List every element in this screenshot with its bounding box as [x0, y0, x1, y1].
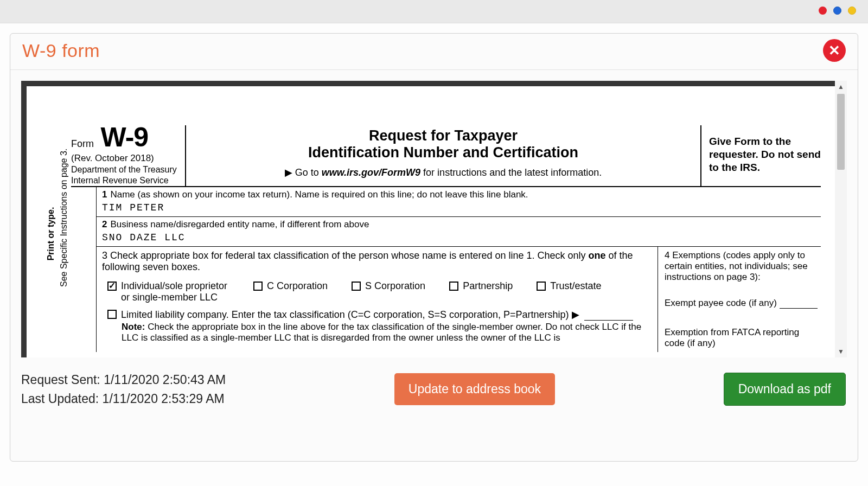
window-traffic-lights	[819, 7, 856, 15]
form-title-line1: Request for Taxpayer	[192, 127, 695, 144]
window-dot-blue[interactable]	[833, 7, 841, 15]
form-header-mid: Request for Taxpayer Identification Numb…	[185, 125, 701, 186]
chk-partnership-label: Partnership	[463, 280, 513, 292]
form-title-line2: Identification Number and Certification	[192, 144, 695, 161]
exempt-payee-line: Exempt payee code (if any)	[665, 298, 821, 309]
note-label: Note:	[122, 322, 145, 332]
window-dot-yellow[interactable]	[848, 7, 856, 15]
chk-partnership[interactable]: Partnership	[449, 280, 513, 303]
checkbox-icon-partnership	[449, 282, 458, 291]
chk-trust-label: Trust/estate	[550, 280, 601, 292]
request-sent-label: Request Sent:	[21, 373, 100, 387]
form-header-right: Give Form to the requester. Do not send …	[701, 125, 821, 186]
note-text: Check the appropriate box in the line ab…	[122, 322, 641, 343]
update-address-book-button[interactable]: Update to address book	[394, 373, 555, 405]
line4-label: Exemptions (codes apply only to certain …	[665, 250, 808, 282]
form-revision: (Rev. October 2018)	[71, 153, 181, 164]
app-canvas: W-9 form ✕ See Specific Instructions on …	[0, 23, 868, 486]
last-updated-label: Last Updated:	[21, 392, 99, 406]
chk-individual-label: Individual/sole proprietor or single-mem…	[121, 280, 229, 303]
line3-one: one	[589, 250, 606, 261]
form-header-left: Form W-9 (Rev. October 2018) Department …	[71, 125, 185, 186]
close-icon: ✕	[828, 42, 840, 59]
form-line-1: 1Name (as shown on your income tax retur…	[96, 187, 821, 217]
exempt-payee-blank	[780, 302, 818, 309]
form-code: W-9	[100, 125, 148, 150]
form-header-row: Form W-9 (Rev. October 2018) Department …	[71, 125, 821, 187]
pdf-scrollbar[interactable]: ▲ ▼	[835, 81, 847, 357]
footer-timestamps: Request Sent: 1/11/2020 2:50:43 AM Last …	[21, 370, 226, 408]
line1-value: TIM PETER	[102, 200, 816, 213]
checkbox-icon-individual	[107, 282, 117, 291]
chk-scorp[interactable]: S Corporation	[352, 280, 425, 303]
side-instructions-text: See Specific Instructions on page 3.	[59, 178, 69, 287]
w9-modal: W-9 form ✕ See Specific Instructions on …	[10, 33, 858, 462]
form-word: Form	[71, 138, 94, 149]
pdf-viewer: See Specific Instructions on page 3. Pri…	[21, 81, 847, 357]
checkbox-icon-ccorp	[253, 282, 263, 291]
chk-individual[interactable]: Individual/sole proprietor or single-mem…	[107, 280, 229, 303]
scroll-up-icon[interactable]: ▲	[835, 81, 847, 93]
line1-label: Name (as shown on your income tax return…	[110, 189, 528, 200]
side-print-text: Print or type.	[46, 180, 56, 288]
line3-label-a: Check appropriate box for federal tax cl…	[110, 250, 589, 261]
scroll-down-icon[interactable]: ▼	[835, 346, 847, 357]
line2-number: 2	[102, 219, 107, 229]
chk-ccorp[interactable]: C Corporation	[253, 280, 328, 303]
exempt-fatca-label: Exemption from FATCA reporting code (if …	[665, 327, 799, 348]
line3-number: 3	[102, 250, 107, 261]
goto-suffix: for instructions and the latest informat…	[420, 167, 602, 178]
form-department: Department of the Treasury	[71, 165, 181, 175]
checkbox-icon-llc	[107, 310, 117, 319]
window-topbar	[0, 0, 868, 23]
llc-note: Note: Check the appropriate box in the l…	[102, 321, 652, 343]
modal-title: W-9 form	[22, 40, 100, 61]
line2-value: SNO DAZE LLC	[102, 230, 816, 243]
modal-header: W-9 form ✕	[10, 34, 858, 70]
checkbox-row: Individual/sole proprietor or single-mem…	[107, 280, 652, 303]
exempt-fatca-line: Exemption from FATCA reporting code (if …	[665, 327, 821, 349]
modal-footer: Request Sent: 1/11/2020 2:50:43 AM Last …	[10, 357, 858, 408]
scroll-thumb[interactable]	[837, 94, 845, 170]
line4-number: 4	[665, 250, 669, 260]
chk-trust[interactable]: Trust/estate	[537, 280, 601, 303]
chk-llc-label: Limited liability company. Enter the tax…	[121, 309, 579, 320]
exempt-payee-label: Exempt payee code (if any)	[665, 298, 777, 308]
form-irs: Internal Revenue Service	[71, 176, 181, 186]
window-dot-red[interactable]	[819, 7, 827, 15]
request-sent-value: 1/11/2020 2:50:43 AM	[104, 373, 226, 387]
form-line-2: 2Business name/disregarded entity name, …	[96, 217, 821, 247]
form-line-3-4-wrap: 3 Check appropriate box for federal tax …	[96, 247, 821, 352]
last-updated-value: 1/11/2020 2:53:29 AM	[103, 392, 225, 406]
line1-number: 1	[102, 189, 107, 200]
goto-prefix: ▶ Go to	[285, 167, 322, 178]
line2-label: Business name/disregarded entity name, i…	[110, 219, 369, 229]
form-line-3: 3 Check appropriate box for federal tax …	[97, 247, 658, 352]
goto-url: www.irs.gov/FormW9	[322, 167, 420, 178]
checkbox-icon-scorp	[352, 282, 361, 291]
chk-scorp-label: S Corporation	[365, 280, 425, 292]
pdf-page: See Specific Instructions on page 3. Pri…	[27, 86, 843, 357]
form-line-4: 4 Exemptions (codes apply only to certai…	[658, 247, 821, 352]
close-button[interactable]: ✕	[823, 39, 846, 62]
checkbox-icon-trust	[537, 282, 546, 291]
download-pdf-button[interactable]: Download as pdf	[724, 373, 846, 406]
llc-classification-blank	[584, 313, 633, 321]
form-goto-line: ▶ Go to www.irs.gov/FormW9 for instructi…	[192, 167, 695, 178]
chk-llc[interactable]: Limited liability company. Enter the tax…	[107, 309, 652, 321]
chk-ccorp-label: C Corporation	[267, 280, 328, 292]
